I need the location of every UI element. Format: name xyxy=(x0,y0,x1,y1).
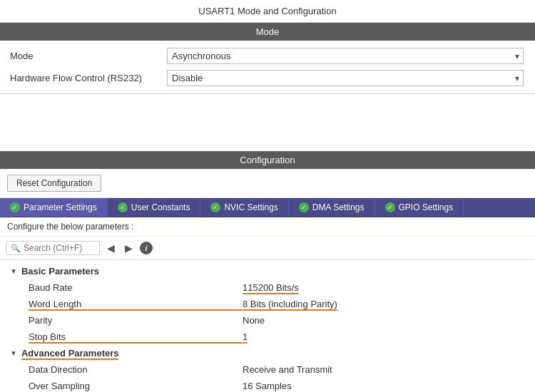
params-container: ▼ Basic Parameters Baud Rate 115200 Bits… xyxy=(0,260,535,392)
param-name-stop-bits: Stop Bits xyxy=(29,331,243,342)
param-name-parity: Parity xyxy=(29,315,243,326)
mode-row: Mode Asynchronous Synchronous Single Wir… xyxy=(10,48,525,64)
tab-dma-settings[interactable]: DMA Settings xyxy=(289,198,375,217)
config-info-bar: Configure the below parameters : xyxy=(0,217,535,237)
page-title: USART1 Mode and Configuration xyxy=(198,6,336,16)
basic-parameters-label: Basic Parameters xyxy=(21,266,99,277)
search-input[interactable] xyxy=(24,243,95,253)
nav-next-icon[interactable]: ▶ xyxy=(122,241,136,255)
param-value-over-sampling: 16 Samples xyxy=(243,381,292,391)
tab-check-icon-2 xyxy=(210,202,220,212)
tab-check-icon-1 xyxy=(118,202,128,212)
search-bar: 🔍 ◀ ▶ i xyxy=(0,237,535,260)
advanced-parameters-label: Advanced Parameters xyxy=(21,348,119,359)
param-name-data-direction: Data Direction xyxy=(29,364,243,375)
mode-label: Mode xyxy=(10,51,167,61)
param-name-baud-rate: Baud Rate xyxy=(29,282,243,293)
tab-user-constants[interactable]: User Constants xyxy=(108,198,201,217)
tabs-bar: Parameter Settings User Constants NVIC S… xyxy=(0,198,535,217)
param-value-data-direction: Receive and Transmit xyxy=(243,364,332,375)
advanced-collapse-icon: ▼ xyxy=(10,349,17,357)
param-value-stop-bits: 1 xyxy=(243,331,248,342)
tab-parameter-settings[interactable]: Parameter Settings xyxy=(0,198,108,217)
param-name-over-sampling: Over Sampling xyxy=(29,381,243,391)
tab-check-icon-0 xyxy=(10,202,20,212)
hw-flow-select[interactable]: Disable CTS Only RTS Only CTS/RTS xyxy=(167,70,524,86)
tab-label-1: User Constants xyxy=(131,202,190,212)
param-row-parity: Parity None xyxy=(0,312,535,329)
tab-label-0: Parameter Settings xyxy=(24,202,97,212)
spacer xyxy=(0,94,535,151)
title-bar: USART1 Mode and Configuration xyxy=(0,0,535,23)
reset-config-button[interactable]: Reset Configuration xyxy=(7,175,101,192)
param-name-word-length: Word Length xyxy=(29,299,243,309)
info-icon[interactable]: i xyxy=(140,242,153,254)
tab-check-icon-3 xyxy=(299,202,309,212)
hw-flow-select-wrapper: Disable CTS Only RTS Only CTS/RTS xyxy=(167,70,524,86)
config-info-text: Configure the below parameters : xyxy=(7,222,133,232)
config-section-header: Configuration xyxy=(0,151,535,169)
basic-collapse-icon: ▼ xyxy=(10,267,17,275)
param-row-stop-bits: Stop Bits 1 xyxy=(0,329,535,345)
tab-label-3: DMA Settings xyxy=(312,202,365,212)
advanced-parameters-group[interactable]: ▼ Advanced Parameters xyxy=(0,345,535,361)
page-container: USART1 Mode and Configuration Mode Mode … xyxy=(0,0,535,392)
param-value-parity: None xyxy=(243,315,265,326)
search-input-wrapper: 🔍 xyxy=(6,241,100,255)
mode-select-wrapper: Asynchronous Synchronous Single Wire (Ha… xyxy=(167,48,524,64)
param-row-over-sampling: Over Sampling 16 Samples xyxy=(0,378,535,392)
tab-nvic-settings[interactable]: NVIC Settings xyxy=(200,198,288,217)
tab-label-4: GPIO Settings xyxy=(399,202,454,212)
hw-flow-label: Hardware Flow Control (RS232) xyxy=(10,73,167,83)
param-row-baud-rate: Baud Rate 115200 Bits/s xyxy=(0,279,535,296)
mode-section-header: Mode xyxy=(0,23,535,41)
mode-section: Mode Asynchronous Synchronous Single Wir… xyxy=(0,41,535,94)
nav-prev-icon[interactable]: ◀ xyxy=(104,241,118,255)
reset-bar: Reset Configuration xyxy=(0,169,535,198)
tab-check-icon-4 xyxy=(385,202,395,212)
search-icon: 🔍 xyxy=(11,244,21,253)
mode-select[interactable]: Asynchronous Synchronous Single Wire (Ha… xyxy=(167,48,524,64)
param-row-word-length: Word Length 8 Bits (including Parity) xyxy=(0,296,535,312)
param-value-baud-rate: 115200 Bits/s xyxy=(243,282,299,293)
tab-label-2: NVIC Settings xyxy=(224,202,277,212)
hardware-flow-row: Hardware Flow Control (RS232) Disable CT… xyxy=(10,70,525,86)
tab-gpio-settings[interactable]: GPIO Settings xyxy=(375,198,464,217)
basic-parameters-group[interactable]: ▼ Basic Parameters xyxy=(0,263,535,279)
config-section: Reset Configuration Parameter Settings U… xyxy=(0,169,535,392)
param-value-word-length: 8 Bits (including Parity) xyxy=(243,299,337,309)
param-row-data-direction: Data Direction Receive and Transmit xyxy=(0,361,535,378)
